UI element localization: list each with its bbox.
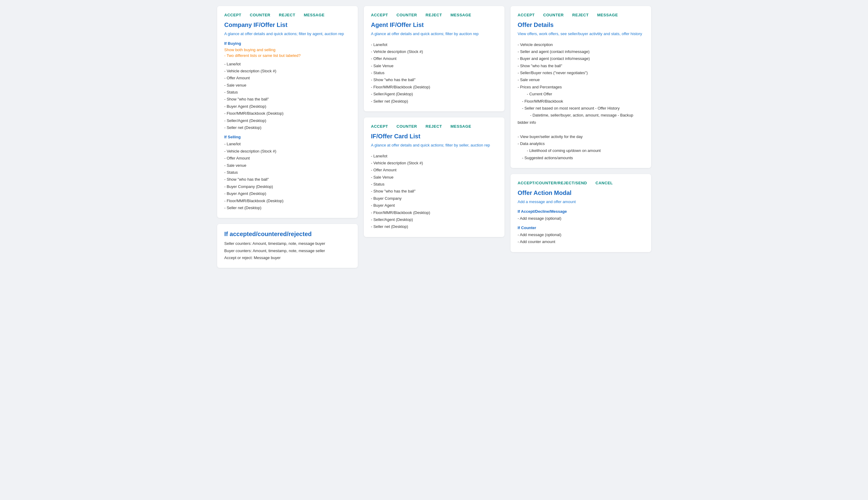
agent-subtitle: A glance at offer details and quick acti… bbox=[371, 31, 497, 37]
if-counter-label: If Counter bbox=[518, 226, 644, 230]
if-accepted-card: If accepted/countered/rejected Seller co… bbox=[217, 224, 358, 268]
tab-counter-details[interactable]: COUNTER bbox=[543, 13, 564, 17]
tab-reject-cardlist[interactable]: REJECT bbox=[425, 124, 442, 129]
tab-accept-agent[interactable]: ACCEPT bbox=[371, 13, 388, 17]
tab-message-details[interactable]: MESSAGE bbox=[597, 13, 618, 17]
company-subtitle: A glance at offer details and quick acti… bbox=[224, 31, 351, 37]
tab-reject-details[interactable]: REJECT bbox=[572, 13, 588, 17]
card-list-title: IF/Offer Card List bbox=[371, 133, 497, 140]
tab-counter-agent[interactable]: COUNTER bbox=[397, 13, 417, 17]
offer-details-subtitle: View offers, work offers, see seller/buy… bbox=[518, 31, 644, 37]
company-title: Company IF/Offer List bbox=[224, 22, 351, 29]
tab-message-company[interactable]: MESSAGE bbox=[304, 13, 325, 17]
if-buying-label: If Buying bbox=[224, 41, 351, 46]
tab-message-agent[interactable]: MESSAGE bbox=[450, 13, 471, 17]
tab-bar-card-list: ACCEPT COUNTER REJECT MESSAGE bbox=[371, 124, 497, 129]
if-selling-label: If Selling bbox=[224, 135, 351, 139]
offer-details-card: ACCEPT COUNTER REJECT MESSAGE Offer Deta… bbox=[511, 6, 651, 168]
tab-reject-company[interactable]: REJECT bbox=[279, 13, 295, 17]
column-2: ACCEPT COUNTER REJECT MESSAGE Agent IF/O… bbox=[364, 6, 504, 268]
selling-items: - Lane/lot - Vehicle description (Stock … bbox=[224, 140, 351, 211]
main-grid: ACCEPT COUNTER REJECT MESSAGE Company IF… bbox=[217, 6, 651, 268]
if-accepted-title: If accepted/countered/rejected bbox=[224, 231, 351, 238]
if-accepted-items: Seller counters: Amount, timestamp, note… bbox=[224, 240, 351, 261]
tab-bar-offer-action: ACCEPT/COUNTER/REJECT/SEND CANCEL bbox=[518, 181, 644, 185]
tab-cancel[interactable]: CANCEL bbox=[596, 181, 613, 185]
offer-action-title: Offer Action Modal bbox=[518, 190, 644, 196]
tab-bar-offer-details: ACCEPT COUNTER REJECT MESSAGE bbox=[518, 13, 644, 17]
card-list-items: - Lane/lot - Vehicle description (Stock … bbox=[371, 152, 497, 230]
column-3: ACCEPT COUNTER REJECT MESSAGE Offer Deta… bbox=[511, 6, 651, 268]
if-offer-card-list-card: ACCEPT COUNTER REJECT MESSAGE IF/Offer C… bbox=[364, 117, 504, 237]
tab-message-cardlist[interactable]: MESSAGE bbox=[450, 124, 471, 129]
buying-items: - Lane/lot - Vehicle description (Stock … bbox=[224, 60, 351, 132]
offer-action-subtitle: Add a message and offer amount bbox=[518, 199, 644, 205]
tab-bar-agent: ACCEPT COUNTER REJECT MESSAGE bbox=[371, 13, 497, 17]
tab-accept-details[interactable]: ACCEPT bbox=[518, 13, 535, 17]
company-if-offer-card: ACCEPT COUNTER REJECT MESSAGE Company IF… bbox=[217, 6, 358, 218]
tab-accept-company[interactable]: ACCEPT bbox=[224, 13, 242, 17]
if-counter-items: - Add message (optional) - Add counter a… bbox=[518, 231, 644, 246]
if-accept-label: If Accept/Decline/Message bbox=[518, 209, 644, 214]
offer-action-modal-card: ACCEPT/COUNTER/REJECT/SEND CANCEL Offer … bbox=[511, 174, 651, 252]
tab-accept-cardlist[interactable]: ACCEPT bbox=[371, 124, 388, 129]
buying-note: Show both buying and selling- Two differ… bbox=[224, 47, 351, 59]
price-sub-items: - Current Offer - Floor/MMR/Blackbook - … bbox=[518, 92, 596, 111]
if-accept-items: - Add message (optional) bbox=[518, 215, 644, 222]
tab-counter-cardlist[interactable]: COUNTER bbox=[397, 124, 417, 129]
column-1: ACCEPT COUNTER REJECT MESSAGE Company IF… bbox=[217, 6, 358, 268]
tab-reject-agent[interactable]: REJECT bbox=[425, 13, 442, 17]
card-list-subtitle: A glance at offer details and quick acti… bbox=[371, 142, 497, 148]
history-sub-items: - Datetime, seller/buyer, action, amount… bbox=[518, 113, 618, 117]
offer-details-title: Offer Details bbox=[518, 22, 644, 29]
tab-bar-company: ACCEPT COUNTER REJECT MESSAGE bbox=[224, 13, 351, 17]
agent-title: Agent IF/Offer List bbox=[371, 22, 497, 29]
tab-accept-counter-reject-send[interactable]: ACCEPT/COUNTER/REJECT/SEND bbox=[518, 181, 587, 185]
offer-details-items: - Vehicle description - Seller and agent… bbox=[518, 41, 644, 162]
agent-items: - Lane/lot - Vehicle description (Stock … bbox=[371, 41, 497, 105]
tab-counter-company[interactable]: COUNTER bbox=[250, 13, 270, 17]
agent-if-offer-card: ACCEPT COUNTER REJECT MESSAGE Agent IF/O… bbox=[364, 6, 504, 111]
analytics-sub-items: - Likelihood of coming up/down on amount… bbox=[518, 148, 601, 160]
